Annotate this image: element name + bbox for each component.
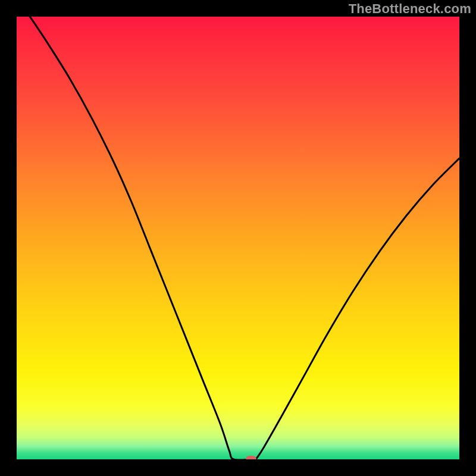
curve-svg bbox=[17, 17, 459, 459]
optimal-marker bbox=[246, 456, 256, 459]
plot-area bbox=[17, 17, 459, 459]
watermark-text: TheBottleneck.com bbox=[349, 1, 471, 17]
chart-frame: TheBottleneck.com bbox=[0, 0, 476, 476]
bottleneck-curve bbox=[30, 17, 459, 459]
